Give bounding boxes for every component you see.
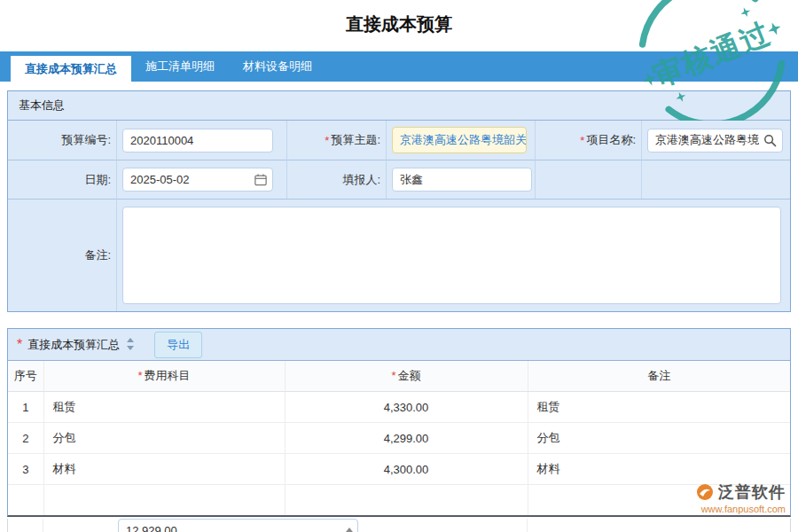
page-title: 直接成本预算 <box>0 0 798 37</box>
search-icon[interactable] <box>763 134 777 147</box>
required-marker: * <box>17 337 22 353</box>
export-button[interactable]: 导出 <box>154 332 202 358</box>
required-marker: * <box>325 134 329 147</box>
empty-cell <box>285 485 528 515</box>
budget-subject-link[interactable]: 京港澳高速公路粤境韶关 <box>392 127 527 153</box>
summary-panel-header: * 直接成本预算汇总 导出 <box>8 329 790 361</box>
page: 直接成本预算 审核通过 直接成本预算汇总 施工清单明细 材料设备明细 基本信息 … <box>0 0 798 532</box>
basic-info-panel: 基本信息 预算编号: *预算主题: 京港澳高速公路粤境韶关 *项目名称: 日期: <box>7 90 791 312</box>
cell-amount: 4,300.00 <box>285 454 528 485</box>
fanpu-logo-icon <box>696 483 714 501</box>
tab-direct-cost-summary[interactable]: 直接成本预算汇总 <box>11 56 131 82</box>
date-label: 日期: <box>8 160 116 199</box>
cell-remark: 分包 <box>528 423 790 454</box>
required-marker: * <box>137 369 142 382</box>
budget-subject-label: *预算主题: <box>286 121 386 160</box>
cell-no: 1 <box>8 392 43 423</box>
summary-title: 直接成本预算汇总 <box>27 337 120 353</box>
cell-no: 3 <box>8 454 43 485</box>
remark-textarea[interactable] <box>122 207 781 304</box>
empty-cell <box>43 485 285 515</box>
cell-amount: 4,299.00 <box>285 423 528 454</box>
cell-no: 2 <box>8 423 43 454</box>
cell-subject: 租赁 <box>43 392 285 423</box>
cell-subject: 材料 <box>43 454 285 485</box>
cell-remark: 租赁 <box>528 392 790 423</box>
cell-amount: 4,330.00 <box>285 392 528 423</box>
cell-remark: 材料 <box>528 454 790 485</box>
total-cell-remark <box>528 519 790 532</box>
empty-row <box>8 485 790 515</box>
reporter-input[interactable] <box>392 168 532 192</box>
total-cell-no <box>8 519 43 532</box>
budget-no-input[interactable] <box>122 129 273 153</box>
tab-bar: 直接成本预算汇总 施工清单明细 材料设备明细 <box>0 51 798 82</box>
total-amount-input[interactable] <box>118 519 358 532</box>
tab-construction-list-detail[interactable]: 施工清单明细 <box>131 51 229 82</box>
summary-table-body: 1租赁4,330.00租赁2分包4,299.00分包3材料4,300.00材料 <box>8 392 790 515</box>
table-row: 1租赁4,330.00租赁 <box>8 392 790 423</box>
tab-material-equipment-detail[interactable]: 材料设备明细 <box>229 51 326 82</box>
date-input[interactable] <box>122 168 273 192</box>
header-remark: 备注 <box>528 361 790 392</box>
required-marker: * <box>391 369 395 382</box>
brand-name: 泛普软件 <box>718 481 786 503</box>
table-row: 3材料4,300.00材料 <box>8 454 790 485</box>
spinner-up-icon[interactable] <box>346 528 353 532</box>
sort-icon[interactable] <box>126 338 135 351</box>
reporter-label: 填报人: <box>286 160 386 199</box>
remark-label: 备注: <box>8 199 116 311</box>
header-amount: *金额 <box>285 361 528 392</box>
calendar-icon[interactable] <box>254 173 267 186</box>
cell-subject: 分包 <box>43 423 285 454</box>
table-header-row: 序号 *费用科目 *金额 备注 <box>8 361 790 392</box>
budget-no-label: 预算编号: <box>8 121 116 160</box>
header-no: 序号 <box>8 361 43 392</box>
required-marker: * <box>580 134 584 147</box>
brand-url: www.fanpusoft.com <box>696 504 786 514</box>
empty-cell <box>641 160 790 199</box>
brand-watermark: 泛普软件 www.fanpusoft.com <box>696 481 786 514</box>
header-subject: *费用科目 <box>43 361 285 392</box>
empty-cell <box>535 160 641 199</box>
empty-cell <box>8 485 43 515</box>
number-spinner[interactable] <box>346 528 353 532</box>
total-row <box>7 519 791 532</box>
project-name-label: *项目名称: <box>535 121 641 160</box>
summary-panel: * 直接成本预算汇总 导出 序号 *费用科目 *金额 备注 1租赁4,330.0… <box>7 328 791 517</box>
summary-table: 序号 *费用科目 *金额 备注 1租赁4,330.00租赁2分包4,299.00… <box>8 361 790 515</box>
basic-info-section-title: 基本信息 <box>8 91 790 121</box>
table-row: 2分包4,299.00分包 <box>8 423 790 454</box>
basic-info-form: 预算编号: *预算主题: 京港澳高速公路粤境韶关 *项目名称: 日期: <box>8 121 790 311</box>
total-cell-subject <box>43 519 285 532</box>
